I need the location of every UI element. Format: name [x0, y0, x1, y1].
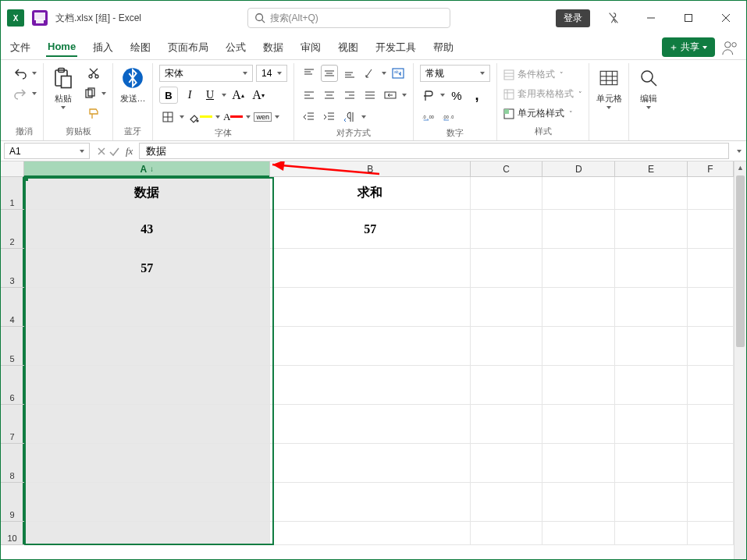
chevron-down-icon[interactable]: [382, 72, 386, 75]
cell-D4[interactable]: [542, 288, 615, 327]
cell-B6[interactable]: [270, 366, 470, 405]
cell-D3[interactable]: [542, 249, 615, 288]
comma-button[interactable]: ,: [468, 87, 486, 104]
scroll-up-button[interactable]: ▲: [735, 161, 746, 174]
cell-B2[interactable]: 57: [270, 210, 470, 249]
cell-B9[interactable]: [270, 483, 470, 522]
cell-F9[interactable]: [688, 483, 734, 522]
cells-area[interactable]: 数据求和435757: [24, 177, 734, 559]
cell-C10[interactable]: [471, 522, 543, 545]
borders-button[interactable]: [159, 108, 176, 126]
cell-D8[interactable]: [542, 444, 615, 483]
login-button[interactable]: 登录: [556, 9, 590, 27]
cell-F10[interactable]: [688, 522, 734, 545]
cell-B4[interactable]: [270, 288, 470, 327]
align-right-button[interactable]: [341, 87, 358, 104]
column-header-C[interactable]: C: [471, 161, 543, 177]
share-button[interactable]: 共享: [662, 37, 715, 57]
cell-C4[interactable]: [471, 288, 543, 327]
cell-D6[interactable]: [542, 366, 615, 405]
editing-button[interactable]: 编辑: [635, 65, 662, 109]
cell-F3[interactable]: [688, 249, 734, 288]
cell-F4[interactable]: [688, 288, 734, 327]
underline-button[interactable]: U: [201, 87, 219, 104]
name-box[interactable]: A1: [4, 143, 90, 159]
copy-button[interactable]: [81, 85, 98, 102]
cell-E9[interactable]: [615, 483, 688, 522]
cell-F2[interactable]: [688, 210, 734, 249]
cells-button[interactable]: 单元格: [596, 65, 622, 109]
vertical-scrollbar[interactable]: ▲: [734, 161, 746, 559]
cell-C6[interactable]: [471, 366, 543, 405]
number-format-select[interactable]: 常规: [420, 65, 490, 82]
decrease-indent-button[interactable]: [301, 108, 318, 126]
paste-button[interactable]: 粘贴: [50, 65, 76, 109]
cell-E2[interactable]: [615, 210, 688, 249]
search-input[interactable]: 搜索(Alt+Q): [247, 8, 450, 28]
font-name-select[interactable]: 宋体: [159, 65, 253, 82]
cell-E10[interactable]: [615, 522, 688, 545]
chevron-down-icon[interactable]: [246, 115, 251, 119]
format-painter-button[interactable]: [81, 105, 106, 122]
window-close-button[interactable]: [712, 7, 740, 29]
font-size-select[interactable]: 14: [256, 65, 287, 82]
align-bottom-button[interactable]: [341, 65, 358, 82]
align-middle-button[interactable]: [321, 65, 338, 82]
fill-color-button[interactable]: [187, 108, 212, 126]
chevron-down-icon[interactable]: [32, 72, 37, 75]
cell-A1[interactable]: 数据: [24, 177, 270, 210]
chevron-down-icon[interactable]: [361, 115, 366, 119]
cut-button[interactable]: [81, 65, 106, 82]
row-header-7[interactable]: 7: [1, 405, 24, 444]
cell-D9[interactable]: [542, 483, 615, 522]
chevron-down-icon[interactable]: [101, 92, 106, 95]
cell-C9[interactable]: [471, 483, 543, 522]
cell-C2[interactable]: [471, 210, 543, 249]
cell-D7[interactable]: [542, 405, 615, 444]
column-header-E[interactable]: E: [615, 161, 688, 177]
row-header-1[interactable]: 1: [1, 177, 24, 210]
font-color-button[interactable]: A: [223, 108, 243, 126]
tab-help[interactable]: 帮助: [432, 37, 455, 58]
align-top-button[interactable]: [301, 65, 318, 82]
cell-B8[interactable]: [270, 444, 470, 483]
cell-B1[interactable]: 求和: [270, 177, 470, 210]
tab-data[interactable]: 数据: [261, 37, 285, 58]
increase-indent-button[interactable]: [321, 108, 338, 126]
italic-button[interactable]: I: [181, 87, 198, 104]
tab-formulas[interactable]: 公式: [224, 37, 247, 58]
spreadsheet-grid[interactable]: A↓BCDEF 12345678910 数据求和435757 ▲: [1, 161, 746, 559]
cell-E3[interactable]: [615, 249, 688, 288]
tab-view[interactable]: 视图: [336, 37, 360, 58]
cell-F6[interactable]: [688, 366, 734, 405]
cell-A6[interactable]: [24, 366, 270, 405]
formula-input[interactable]: 数据: [139, 143, 729, 159]
row-header-10[interactable]: 10: [1, 522, 24, 545]
column-header-F[interactable]: F: [688, 161, 734, 177]
cell-A7[interactable]: [24, 405, 270, 444]
cell-B5[interactable]: [270, 327, 470, 366]
cancel-icon[interactable]: [96, 146, 107, 157]
cell-A2[interactable]: 43: [24, 210, 270, 249]
chevron-down-icon[interactable]: [440, 94, 445, 97]
cell-D1[interactable]: [542, 177, 615, 210]
row-header-3[interactable]: 3: [1, 249, 24, 288]
cell-A3[interactable]: 57: [24, 249, 270, 288]
cell-E4[interactable]: [615, 288, 688, 327]
cell-E5[interactable]: [615, 327, 688, 366]
row-header-8[interactable]: 8: [1, 444, 24, 483]
coauthor-icon[interactable]: [721, 39, 738, 56]
chevron-down-icon[interactable]: [215, 115, 220, 119]
cell-F1[interactable]: [688, 177, 734, 210]
chevron-down-icon[interactable]: [180, 115, 184, 119]
cell-D2[interactable]: [542, 210, 615, 249]
phonetic-button[interactable]: wen: [254, 108, 272, 126]
tab-layout[interactable]: 页面布局: [166, 37, 210, 58]
accessibility-icon[interactable]: [599, 7, 628, 29]
redo-button[interactable]: [12, 85, 29, 102]
cell-F7[interactable]: [688, 405, 734, 444]
cell-F5[interactable]: [688, 327, 734, 366]
chevron-down-icon[interactable]: [275, 115, 279, 119]
cell-C7[interactable]: [471, 405, 543, 444]
tab-home[interactable]: Home: [46, 37, 77, 57]
